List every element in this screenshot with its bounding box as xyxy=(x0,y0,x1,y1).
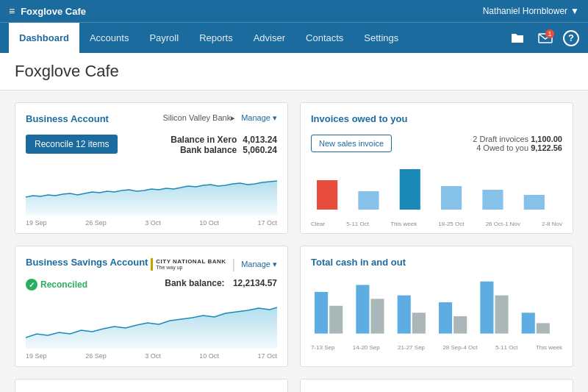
svg-rect-3 xyxy=(400,169,420,210)
svg-rect-11 xyxy=(398,296,411,334)
svg-rect-12 xyxy=(412,313,426,333)
balance-in-xero-label: Balance in Xero xyxy=(171,135,237,145)
nav-item-payroll[interactable]: Payroll xyxy=(139,23,189,53)
bank-balance-label: Bank balance xyxy=(180,145,237,155)
svg-rect-16 xyxy=(495,296,508,334)
sav-label-3: 3 Oct xyxy=(145,352,161,360)
invoices-chart: Clear 5-11 Oct This week 18-25 Oct 26 Oc… xyxy=(311,158,562,217)
nav-item-dashboard[interactable]: Dashboard xyxy=(9,23,79,53)
nav-item-accounts[interactable]: Accounts xyxy=(79,23,139,53)
owed-to-you-amount: 9,122.56 xyxy=(531,143,562,152)
sav-label-5: 17 Oct xyxy=(257,352,277,360)
cash-label-1: 7-13 Sep xyxy=(311,344,334,351)
invoices-owed-header: Invoices owed to you xyxy=(311,113,562,129)
business-balance-info: Balance in Xero4,013.24 Bank balance5,06… xyxy=(165,135,277,155)
invoices-owed-title: Invoices owed to you xyxy=(311,113,407,124)
nav-item-contacts[interactable]: Contacts xyxy=(295,23,354,53)
cash-label-2: 14-20 Sep xyxy=(353,344,380,351)
invoices-owed-card: Invoices owed to you New sales invoice 2… xyxy=(300,102,573,234)
savings-account-header: Business Savings Account CITY NATIONAL B… xyxy=(26,257,277,272)
app-title: Foxglove Cafe xyxy=(21,6,86,17)
top-bar-right: Nathaniel Hornblower ▼ xyxy=(483,6,579,16)
new-sales-invoice-button[interactable]: New sales invoice xyxy=(311,135,392,152)
svg-rect-8 xyxy=(329,306,343,334)
business-account-chart: 19 Sep 26 Sep 3 Oct 10 Oct 17 Oct xyxy=(26,164,277,223)
manage-link-business[interactable]: Manage ▾ xyxy=(241,113,277,123)
sav-label-4: 10 Oct xyxy=(199,352,219,360)
svg-rect-5 xyxy=(482,190,503,210)
reconciled-status: ✓ Reconciled xyxy=(26,279,87,291)
chart-label-1: 19 Sep xyxy=(26,219,47,227)
inv-label-3: This week xyxy=(390,221,417,227)
total-cash-chart: 7-13 Sep 14-20 Sep 21-27 Sep 28 Sep-4 Oc… xyxy=(311,278,562,348)
bills-card: Bills you need to pay New bill 2 Draft b… xyxy=(300,379,573,392)
savings-balance-info: Bank balance: 12,2134.57 xyxy=(159,278,277,288)
svg-rect-17 xyxy=(522,313,535,333)
cash-label-5: 5-11 Oct xyxy=(495,344,518,351)
nav-item-adviser[interactable]: Adviser xyxy=(243,23,295,53)
total-cash-header: Total cash in and out xyxy=(311,257,562,272)
top-bar: ≡ Foxglove Cafe Nathaniel Hornblower ▼ xyxy=(0,0,588,22)
business-account-header: Business Account Silicon Valley Bank▸ Ma… xyxy=(26,113,277,129)
svg-rect-13 xyxy=(439,302,452,334)
svg-rect-7 xyxy=(315,292,328,334)
chart-label-2: 26 Sep xyxy=(85,219,107,227)
business-account-bank: Silicon Valley Bank▸ xyxy=(162,113,235,123)
savings-account-card: Business Savings Account CITY NATIONAL B… xyxy=(15,246,288,367)
business-account-card: Business Account Silicon Valley Bank▸ Ma… xyxy=(15,102,288,234)
svg-rect-6 xyxy=(524,195,545,210)
manage-link-savings[interactable]: Manage ▾ xyxy=(241,260,277,269)
main-content: Business Account Silicon Valley Bank▸ Ma… xyxy=(0,90,588,392)
total-cash-title: Total cash in and out xyxy=(311,257,406,268)
folder-icon-btn[interactable] xyxy=(507,28,528,49)
user-dropdown-arrow[interactable]: ▼ xyxy=(570,6,579,16)
help-icon-btn[interactable]: ? xyxy=(563,30,579,46)
draft-invoices-amount: 1,100.00 xyxy=(531,135,562,143)
user-name: Nathaniel Hornblower xyxy=(483,6,567,16)
svg-rect-2 xyxy=(358,191,379,210)
svg-rect-15 xyxy=(480,282,493,334)
draft-invoices-label: 2 Draft invoices xyxy=(473,135,528,143)
nav-item-reports[interactable]: Reports xyxy=(189,23,243,53)
reconcile-button[interactable]: Reconcile 12 items xyxy=(26,135,118,154)
business-chart-labels: 19 Sep 26 Sep 3 Oct 10 Oct 17 Oct xyxy=(26,219,277,227)
nav-item-settings[interactable]: Settings xyxy=(354,23,409,53)
sav-label-2: 26 Sep xyxy=(85,352,107,360)
mail-icon-btn[interactable]: 1 xyxy=(535,28,556,49)
folder-icon xyxy=(510,32,525,44)
nav-bar: Dashboard Accounts Payroll Reports Advis… xyxy=(0,22,588,53)
savings-chart: 19 Sep 26 Sep 3 Oct 10 Oct 17 Oct xyxy=(26,297,277,356)
cash-label-6: This week xyxy=(536,344,562,351)
svg-rect-10 xyxy=(370,299,384,333)
cash-label-4: 28 Sep-4 Oct xyxy=(442,344,477,351)
page-title: Foxglove Cafe xyxy=(15,62,573,81)
total-cash-card: Total cash in and out 7-13 Sep xyxy=(300,246,573,367)
inv-label-1: Clear xyxy=(311,221,325,227)
hamburger-icon[interactable]: ≡ xyxy=(9,5,15,17)
svg-rect-14 xyxy=(453,316,467,334)
inv-label-4: 18-25 Oct xyxy=(438,221,464,227)
svg-rect-18 xyxy=(537,323,550,333)
page-title-bar: Foxglove Cafe xyxy=(0,53,588,90)
business-account-title: Business Account xyxy=(26,113,109,124)
svg-rect-9 xyxy=(356,285,369,333)
sav-label-1: 19 Sep xyxy=(26,352,47,360)
city-national-bank-logo: CITY NATIONAL BANK The way up xyxy=(151,258,226,271)
svg-rect-1 xyxy=(317,180,337,210)
top-bar-left: ≡ Foxglove Cafe xyxy=(9,5,86,17)
chart-label-5: 17 Oct xyxy=(257,219,277,227)
cash-label-3: 21-27 Sep xyxy=(398,344,425,351)
chart-label-3: 3 Oct xyxy=(145,219,161,227)
inv-label-2: 5-11 Oct xyxy=(346,221,369,227)
inv-label-5: 26 Oct-1 Nov xyxy=(486,221,520,227)
savings-bank-balance-label: Bank balance: xyxy=(165,278,224,288)
chart-label-4: 10 Oct xyxy=(199,219,219,227)
invoices-chart-labels: Clear 5-11 Oct This week 18-25 Oct 26 Oc… xyxy=(311,221,562,227)
owed-to-you-label: 4 Owed to you xyxy=(476,143,528,152)
check-circle-icon: ✓ xyxy=(26,279,37,291)
mail-badge: 1 xyxy=(545,29,554,38)
savings-bank-balance-value: 12,2134.57 xyxy=(233,278,277,288)
svg-rect-4 xyxy=(441,186,462,210)
savings-account-title: Business Savings Account xyxy=(26,257,148,268)
inv-label-6: 2-8 Nov xyxy=(542,221,562,227)
